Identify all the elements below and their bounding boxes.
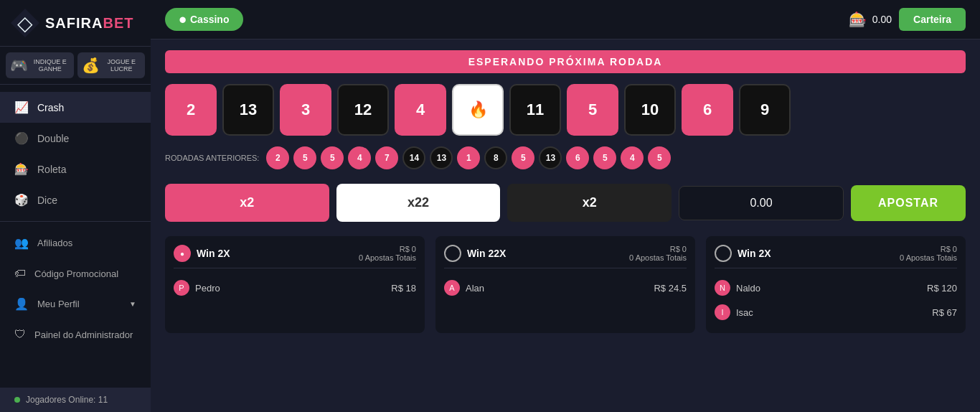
- sidebar: SAFIRABET 🎮 INDIQUE E GANHE 💰 JOGUE E LU…: [0, 0, 151, 412]
- codigo-icon: 🏷: [14, 267, 26, 280]
- banner-jogue[interactable]: 💰 JOGUE E LUCRE: [77, 52, 146, 78]
- player-row-0-0: PPedroR$ 18: [174, 276, 416, 300]
- win-label-2: Win 2X: [738, 248, 771, 259]
- prev-rounds-label: RODADAS ANTERIORES:: [165, 154, 259, 162]
- player-amount-1-0: R$ 24.5: [654, 283, 687, 294]
- player-row-2-0: NNaldoR$ 120: [715, 276, 957, 300]
- players-header-1: Win 22XR$ 00 Apostas Totais: [444, 245, 687, 268]
- prev-ball-5: 14: [402, 146, 425, 169]
- player-name-2-0: Naldo: [736, 283, 760, 294]
- player-row-2-1: IIsacR$ 67: [715, 300, 957, 324]
- sidebar-label-codigo: Código Promocional: [34, 268, 118, 279]
- topbar-right: 🎰 0.00 Carteira: [849, 8, 966, 31]
- banner-icon-jogue: 💰: [82, 57, 100, 74]
- banner-indique[interactable]: 🎮 INDIQUE E GANHE: [6, 52, 74, 78]
- sidebar-item-double[interactable]: ⚫ Double: [0, 123, 151, 154]
- roulette-ball-8: 10: [624, 84, 676, 136]
- prev-ball-7: 1: [457, 146, 480, 169]
- sidebar-item-codigo[interactable]: 🏷 Código Promocional: [0, 258, 151, 289]
- double-icon: ⚫: [14, 131, 29, 145]
- player-avatar-1-0: A: [444, 280, 460, 296]
- players-header-2: Win 2XR$ 00 Apostas Totais: [715, 245, 957, 268]
- prev-ball-1: 5: [293, 146, 316, 169]
- logo-icon: [11, 9, 39, 37]
- roulette-ball-0: 2: [165, 84, 217, 136]
- roulette-ball-1: 13: [222, 84, 274, 136]
- prev-ball-11: 6: [566, 146, 589, 169]
- bets-info-2: R$ 00 Apostas Totais: [900, 245, 957, 262]
- cassino-button[interactable]: Cassino: [165, 8, 243, 31]
- sidebar-item-perfil[interactable]: 👤 Meu Perfil ▼: [0, 289, 151, 319]
- prev-ball-14: 5: [648, 146, 671, 169]
- sidebar-item-afiliados[interactable]: 👥 Afiliados: [0, 228, 151, 258]
- roulette-row: 2133124🔥1151069: [165, 84, 966, 136]
- nav-menu: 📈 Crash ⚫ Double 🎰 Roleta 🎲 Dice 👥 Afili…: [0, 85, 151, 388]
- chevron-down-icon: ▼: [129, 300, 136, 308]
- prev-rounds: RODADAS ANTERIORES: 255471413185136545: [165, 146, 966, 169]
- apostar-button[interactable]: APOSTAR: [851, 185, 966, 221]
- bet-label-red: x2: [240, 195, 254, 210]
- sidebar-item-roleta[interactable]: 🎰 Roleta: [0, 154, 151, 184]
- dice-icon: 🎲: [14, 193, 29, 207]
- roulette-ball-6: 11: [509, 84, 561, 136]
- roleta-icon: 🎰: [14, 162, 29, 176]
- prev-ball-6: 13: [430, 146, 453, 169]
- bet-button-x22-white[interactable]: x22: [336, 184, 501, 222]
- bet-amount-input[interactable]: [679, 186, 844, 220]
- sidebar-item-crash[interactable]: 📈 Crash: [0, 92, 151, 123]
- win-badge-1: Win 22X: [444, 245, 506, 262]
- win-label-1: Win 22X: [467, 248, 506, 259]
- prev-ball-2: 5: [321, 146, 344, 169]
- player-amount-0-0: R$ 18: [391, 283, 416, 294]
- player-name-0-0: Pedro: [195, 283, 220, 294]
- bets-info-1: R$ 00 Apostas Totais: [629, 245, 687, 262]
- sidebar-label-dice: Dice: [37, 195, 57, 206]
- waiting-banner: ESPERANDO PRÓXIMA RODADA: [165, 50, 966, 73]
- bet-button-x2-red[interactable]: x2: [165, 184, 329, 222]
- win-badge-2: Win 2X: [715, 245, 771, 262]
- prev-ball-8: 8: [484, 146, 507, 169]
- prev-ball-12: 5: [593, 146, 616, 169]
- waiting-label: ESPERANDO PRÓXIMA RODADA: [468, 56, 663, 67]
- sidebar-item-admin[interactable]: 🛡 Painel do Administrador: [0, 319, 151, 350]
- sidebar-item-dice[interactable]: 🎲 Dice: [0, 184, 151, 215]
- perfil-icon: 👤: [14, 297, 29, 311]
- banner-label-jogue: JOGUE E LUCRE: [103, 58, 141, 72]
- admin-icon: 🛡: [14, 328, 26, 341]
- sidebar-label-perfil: Meu Perfil: [37, 299, 80, 309]
- logo-text: SAFIRABET: [45, 15, 133, 32]
- crash-icon: 📈: [14, 100, 29, 114]
- player-amount-2-1: R$ 67: [932, 307, 957, 318]
- win-badge-0: ●Win 2X: [174, 245, 230, 262]
- balance-value: 0.00: [872, 14, 892, 25]
- roulette-ball-2: 3: [280, 84, 331, 136]
- game-area: ESPERANDO PRÓXIMA RODADA 2133124🔥1151069…: [151, 39, 980, 412]
- bet-button-x2-black[interactable]: x2: [507, 184, 672, 222]
- player-name-1-0: Alan: [466, 283, 484, 294]
- prev-ball-10: 13: [539, 146, 562, 169]
- logo-area: SAFIRABET: [0, 0, 151, 47]
- online-label: Jogadores Online: 11: [26, 395, 108, 405]
- prev-ball-4: 7: [375, 146, 398, 169]
- banner-label-indique: INDIQUE E GANHE: [31, 58, 70, 72]
- player-name-2-1: Isac: [736, 307, 753, 318]
- bet-label-white: x22: [407, 195, 429, 210]
- carteira-button[interactable]: Carteira: [899, 8, 966, 31]
- nav-separator: [0, 221, 151, 222]
- player-amount-2-0: R$ 120: [927, 283, 957, 294]
- player-row-1-0: AAlanR$ 24.5: [444, 276, 687, 300]
- win-circle-1: [444, 245, 461, 262]
- main-content: Cassino 🎰 0.00 Carteira ESPERANDO PRÓXIM…: [151, 0, 980, 412]
- player-avatar-0-0: P: [174, 280, 189, 296]
- win-label-0: Win 2X: [197, 248, 230, 259]
- players-section: ●Win 2XR$ 00 Apostas TotaisPPedroR$ 18Wi…: [165, 236, 966, 333]
- sidebar-label-crash: Crash: [37, 102, 64, 113]
- players-header-0: ●Win 2XR$ 00 Apostas Totais: [174, 245, 416, 268]
- players-col-0: ●Win 2XR$ 00 Apostas TotaisPPedroR$ 18: [165, 236, 425, 333]
- online-dot-icon: [14, 397, 20, 403]
- win-circle-2: [715, 245, 732, 262]
- players-col-2: Win 2XR$ 00 Apostas TotaisNNaldoR$ 120II…: [706, 236, 966, 333]
- bet-label-black: x2: [583, 195, 597, 210]
- roulette-ball-5: 🔥: [452, 84, 504, 136]
- win-circle-0: ●: [174, 245, 191, 262]
